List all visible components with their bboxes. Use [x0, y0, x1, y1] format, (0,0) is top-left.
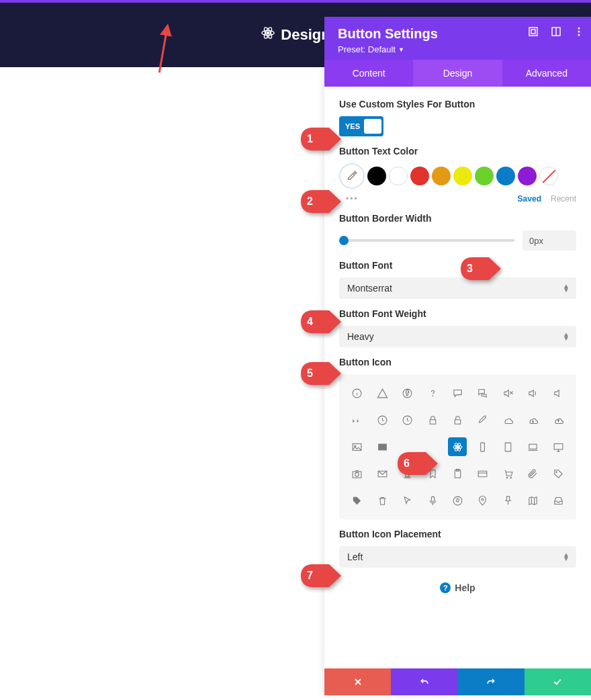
font-weight-label: Button Font Weight — [339, 308, 576, 319]
camera-icon[interactable] — [348, 464, 367, 483]
history-icon[interactable] — [398, 410, 417, 429]
cancel-button[interactable] — [324, 668, 391, 695]
volume-low-icon[interactable] — [549, 384, 567, 402]
mic-icon[interactable] — [423, 491, 442, 510]
preset-dropdown[interactable]: Preset: Default▼ — [338, 44, 578, 54]
info-icon[interactable] — [348, 384, 367, 402]
swatch-red[interactable] — [410, 167, 429, 185]
swatch-black[interactable] — [367, 167, 386, 185]
laptop-icon[interactable] — [524, 437, 543, 456]
tab-content[interactable]: Content — [324, 60, 413, 87]
font-label: Button Font — [339, 260, 576, 271]
tag-icon[interactable] — [549, 464, 567, 483]
paperclip-icon[interactable] — [524, 464, 543, 483]
redo-button[interactable] — [458, 668, 525, 695]
mobile-icon[interactable] — [473, 437, 492, 456]
panel-body: Use Custom Styles For Button YES Button … — [324, 87, 591, 668]
cloud-download-icon[interactable] — [524, 410, 543, 429]
undo-button[interactable] — [391, 668, 457, 695]
border-width-slider[interactable] — [339, 239, 514, 242]
settings-panel: Button Settings Preset: Default▼ Content… — [324, 17, 591, 695]
svg-rect-33 — [554, 443, 563, 449]
swatch-blue[interactable] — [496, 167, 515, 185]
save-button[interactable] — [525, 668, 591, 695]
font-weight-select[interactable]: Heavy ▲▼ — [339, 326, 576, 347]
custom-styles-label: Use Custom Styles For Button — [339, 99, 576, 110]
trash-icon[interactable] — [373, 491, 392, 510]
clock-icon[interactable] — [373, 410, 392, 429]
tab-advanced[interactable]: Advanced — [502, 60, 591, 87]
svg-rect-44 — [431, 496, 434, 502]
pushpin-icon[interactable] — [498, 491, 517, 510]
swatch-transparent[interactable] — [539, 167, 558, 185]
annotation-3: 3 — [461, 257, 501, 280]
tab-design[interactable]: Design — [413, 60, 502, 87]
more-swatches-icon[interactable]: ••• — [346, 194, 359, 204]
recent-colors-link[interactable]: Recent — [551, 194, 576, 204]
svg-point-46 — [482, 498, 484, 500]
svg-rect-5 — [529, 28, 537, 36]
warning-icon[interactable] — [373, 384, 392, 402]
font-select[interactable]: Montserrat ▲▼ — [339, 277, 576, 299]
swatch-white[interactable] — [389, 167, 408, 185]
cursor-icon[interactable] — [398, 491, 417, 510]
icon-placement-label: Button Icon Placement — [339, 529, 576, 539]
quote-open-icon[interactable] — [348, 410, 367, 429]
brush-icon[interactable] — [473, 410, 492, 429]
svg-rect-39 — [479, 471, 488, 477]
volume-off-icon[interactable] — [498, 384, 517, 402]
kebab-icon[interactable] — [574, 26, 584, 37]
swatch-purple[interactable] — [518, 167, 537, 185]
icon-placement-select[interactable]: Left ▲▼ — [339, 546, 576, 568]
svg-point-45 — [453, 496, 462, 505]
inbox-icon[interactable] — [549, 491, 567, 510]
clipboard-icon[interactable] — [448, 464, 467, 483]
help-link[interactable]: ? Help — [339, 582, 576, 593]
annotation-2: 2 — [301, 190, 341, 213]
custom-styles-toggle[interactable]: YES — [339, 116, 383, 136]
svg-rect-25 — [378, 443, 387, 450]
unlock-icon[interactable] — [448, 410, 467, 429]
desktop-icon[interactable] — [549, 437, 567, 456]
icon-picker — [339, 374, 576, 519]
help-icon: ? — [440, 582, 451, 593]
svg-rect-31 — [505, 443, 511, 451]
atom-selected-icon[interactable] — [448, 437, 467, 456]
atom-icon — [261, 26, 275, 44]
svg-point-11 — [578, 34, 580, 36]
svg-point-9 — [578, 28, 580, 30]
svg-point-42 — [510, 477, 511, 478]
column-icon[interactable] — [551, 26, 561, 37]
tabs: Content Design Advanced — [324, 60, 591, 87]
comment-icon[interactable] — [448, 384, 467, 402]
swatch-orange[interactable] — [432, 167, 451, 185]
compass-icon[interactable] — [448, 491, 467, 510]
panel-header: Button Settings Preset: Default▼ — [324, 17, 591, 60]
image-icon[interactable] — [348, 437, 367, 456]
swatch-yellow[interactable] — [453, 167, 472, 185]
volume-icon[interactable] — [524, 384, 543, 402]
expand-icon[interactable] — [528, 26, 539, 37]
chat-icon[interactable] — [473, 384, 492, 402]
swatch-green[interactable] — [475, 167, 494, 185]
map-icon[interactable] — [524, 491, 543, 510]
lock-icon[interactable] — [423, 410, 442, 429]
svg-point-10 — [578, 31, 580, 33]
facebook-icon[interactable] — [398, 384, 417, 402]
location-icon[interactable] — [473, 491, 492, 510]
image-filled-icon[interactable] — [373, 437, 392, 456]
eyedropper-button[interactable] — [339, 163, 365, 189]
annotation-1: 1 — [301, 128, 341, 150]
envelope-icon[interactable] — [373, 464, 392, 483]
saved-colors-link[interactable]: Saved — [518, 194, 541, 204]
tag-filled-icon[interactable] — [348, 491, 367, 510]
cloud-upload-icon[interactable] — [549, 410, 567, 429]
tablet-icon[interactable] — [498, 437, 517, 456]
page-header-title: Design — [281, 26, 330, 44]
border-width-input[interactable]: 0px — [522, 230, 576, 251]
question-icon[interactable] — [423, 384, 442, 402]
cloud-icon[interactable] — [498, 410, 517, 429]
credit-card-icon[interactable] — [473, 464, 492, 483]
cart-icon[interactable] — [498, 464, 517, 483]
svg-point-0 — [267, 32, 269, 34]
